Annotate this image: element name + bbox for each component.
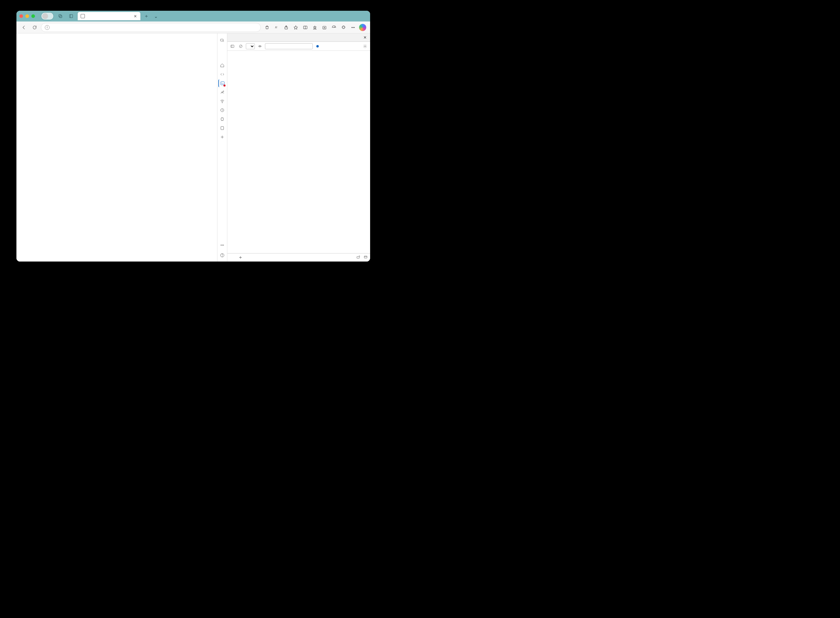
toolbar: i A⁾ — [16, 21, 370, 33]
close-window-icon[interactable] — [19, 14, 23, 18]
address-bar[interactable]: i — [41, 23, 261, 32]
workspaces-icon[interactable] — [56, 12, 64, 20]
minimize-window-icon[interactable] — [25, 14, 29, 18]
back-button[interactable] — [19, 23, 28, 32]
svg-point-22 — [223, 91, 224, 92]
maximize-window-icon[interactable] — [31, 14, 35, 18]
svg-rect-0 — [59, 15, 61, 17]
svg-line-41 — [240, 45, 242, 47]
content-area: ✕ ＋ — [16, 33, 370, 261]
context-select[interactable] — [246, 43, 255, 49]
close-devtools-icon[interactable]: ✕ — [362, 35, 368, 40]
devtools-header: ✕ — [227, 33, 370, 42]
new-tab-button[interactable]: ＋ — [143, 13, 150, 19]
browser-tab[interactable]: ✕ — [77, 12, 140, 20]
more-icon[interactable] — [349, 23, 357, 32]
welcome-icon[interactable] — [218, 61, 226, 69]
svg-rect-38 — [231, 45, 234, 47]
drawer-expand-icon[interactable] — [363, 255, 368, 260]
sources-icon[interactable] — [218, 88, 226, 96]
console-messages[interactable] — [227, 51, 370, 253]
profile-switcher[interactable] — [41, 12, 54, 20]
inspect-icon[interactable] — [218, 36, 226, 44]
memory-icon[interactable] — [218, 115, 226, 123]
svg-point-35 — [223, 245, 224, 245]
application-icon[interactable] — [218, 124, 226, 132]
svg-point-43 — [365, 46, 366, 47]
message-count[interactable] — [316, 45, 320, 48]
titlebar: ✕ ＋ ⌄ — [16, 11, 370, 21]
close-tab-icon[interactable]: ✕ — [133, 14, 137, 18]
svg-point-17 — [354, 27, 354, 28]
svg-rect-2 — [70, 15, 73, 18]
elements-icon[interactable] — [218, 70, 226, 78]
svg-marker-9 — [313, 26, 316, 29]
console-icon[interactable] — [218, 79, 226, 87]
webpage — [16, 33, 217, 261]
page-icon — [80, 14, 85, 18]
clear-console-icon[interactable] — [237, 43, 244, 49]
svg-point-34 — [222, 245, 223, 245]
devtools-drawer: ＋ — [227, 253, 370, 261]
split-screen-icon[interactable] — [301, 23, 310, 32]
more-tabs-icon[interactable] — [218, 133, 226, 141]
filter-input[interactable] — [265, 43, 313, 49]
console-toolbar — [227, 42, 370, 51]
refresh-button[interactable] — [30, 23, 39, 32]
share-icon[interactable] — [282, 23, 290, 32]
live-expression-icon[interactable] — [256, 43, 263, 49]
console-settings-icon[interactable] — [362, 43, 368, 49]
svg-point-15 — [351, 27, 352, 28]
copilot-icon[interactable] — [358, 23, 367, 32]
toolbar-actions: A⁾ — [262, 23, 367, 32]
browser-window: ✕ ＋ ⌄ i A⁾ — [16, 11, 370, 261]
svg-marker-6 — [294, 26, 298, 29]
svg-point-37 — [222, 256, 222, 257]
svg-rect-25 — [221, 118, 223, 120]
sidebar-toggle-icon[interactable] — [229, 43, 236, 49]
svg-point-16 — [353, 27, 353, 28]
shopping-icon[interactable] — [262, 23, 271, 32]
collections-icon[interactable] — [320, 23, 329, 32]
read-aloud-icon[interactable]: A⁾ — [272, 23, 281, 32]
svg-rect-45 — [364, 256, 367, 258]
add-drawer-tab-icon[interactable]: ＋ — [238, 254, 243, 261]
window-controls — [19, 14, 35, 18]
site-info-icon[interactable]: i — [45, 25, 49, 30]
overflow-icon[interactable] — [218, 241, 226, 249]
performance-tab-icon[interactable] — [218, 106, 226, 114]
svg-text:A⁾: A⁾ — [275, 26, 277, 29]
tab-actions-icon[interactable] — [67, 12, 75, 20]
svg-rect-30 — [221, 126, 223, 130]
devtools-panel: ✕ ＋ — [227, 33, 370, 261]
favorite-icon[interactable] — [291, 23, 300, 32]
help-icon[interactable] — [218, 251, 226, 259]
tab-overflow-icon[interactable]: ⌄ — [152, 13, 159, 19]
favorites-bar-icon[interactable] — [310, 23, 319, 32]
performance-icon[interactable] — [329, 23, 338, 32]
network-icon[interactable] — [218, 97, 226, 105]
svg-point-42 — [259, 46, 261, 47]
svg-rect-44 — [357, 257, 359, 258]
drawer-dock-icon[interactable] — [356, 255, 360, 260]
svg-rect-19 — [221, 82, 224, 85]
svg-rect-1 — [60, 15, 62, 18]
svg-point-33 — [221, 245, 221, 245]
extensions-icon[interactable] — [339, 23, 348, 32]
avatar — [42, 13, 48, 19]
devtools-sidebar — [217, 33, 227, 261]
